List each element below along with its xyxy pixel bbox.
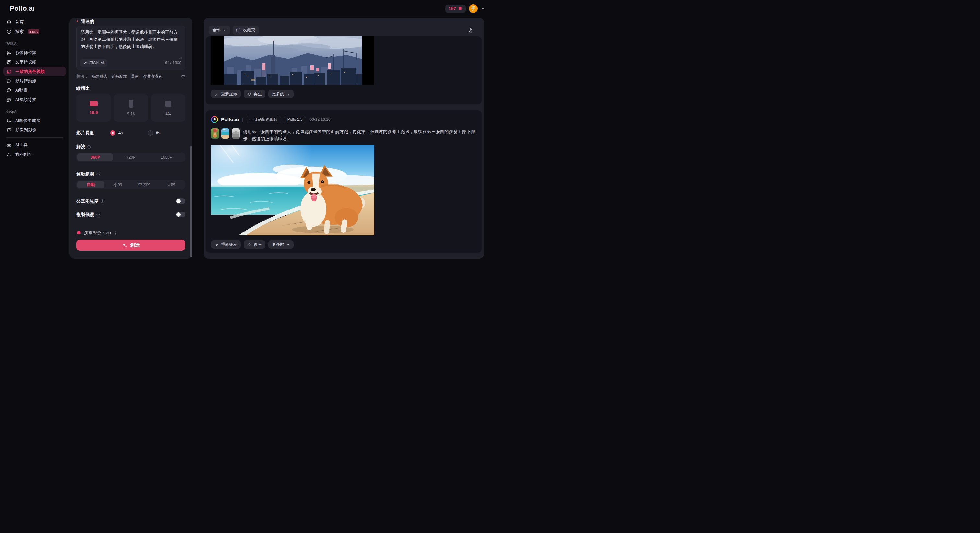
info-icon[interactable]: [96, 213, 100, 217]
sidebar-item-label: 探索: [15, 29, 24, 35]
sidebar-item-label: AI視頻特效: [15, 97, 36, 103]
copy-protection-toggle[interactable]: [176, 212, 185, 217]
favorites-checkbox[interactable]: [236, 28, 240, 32]
prompt-textarea[interactable]: 請用第一張圖中的柯基犬，從遠處往畫面中的正前方跑，再從第二張圖片的沙灘上跑過，最…: [76, 25, 185, 70]
sidebar-item-label: 影像轉視頻: [15, 50, 36, 56]
compass-icon: [6, 29, 12, 34]
city-video[interactable]: [211, 36, 374, 85]
credits-pill[interactable]: 157: [445, 5, 466, 13]
length-4s-radio[interactable]: 4s: [110, 130, 148, 136]
sidebar-item-ai-animation[interactable]: AI動畫: [3, 86, 66, 95]
favorites-filter[interactable]: 收藏夾: [233, 25, 259, 35]
resolution-360p[interactable]: 360P: [78, 154, 113, 161]
chevron-down-icon[interactable]: [481, 7, 485, 11]
sidebar-item-my-creations[interactable]: 我的創作: [3, 150, 66, 159]
radio-label: 4s: [118, 130, 123, 135]
card-actions: 重新提示 再生 更多的: [211, 90, 476, 98]
sidebar-item-explore[interactable]: 探索BETA: [3, 27, 66, 36]
sidebar-item-ai-video-effects[interactable]: AI視頻特效: [3, 95, 66, 104]
reference-thumbnails: [211, 128, 240, 139]
info-icon[interactable]: [87, 145, 91, 149]
reprompt-label: 重新提示: [221, 91, 237, 97]
results-panel: 全部 收藏夾: [204, 18, 484, 259]
corgi-video[interactable]: [211, 145, 374, 235]
video-length-row: 影片長度 4s 8s: [76, 130, 185, 136]
model-badge: Pollo 1.5: [284, 116, 306, 124]
resize-handle-icon[interactable]: [178, 56, 182, 60]
more-button[interactable]: 更多的: [268, 90, 294, 98]
result-card-city: 重新提示 再生 更多的: [206, 36, 482, 104]
resolution-1080p[interactable]: 1080P: [149, 154, 185, 161]
copy-protection-row: 複製保護: [76, 212, 185, 217]
character-video-icon: [6, 69, 12, 74]
aspect-9-16[interactable]: 9:16: [114, 94, 148, 122]
length-8s-radio[interactable]: 8s: [148, 130, 185, 136]
prompt-text: 請用第一張圖中的柯基犬，從遠處往畫面中的正前方跑，再從第二張圖片的沙灘上跑過，最…: [81, 29, 181, 50]
reprompt-button[interactable]: 重新提示: [211, 240, 241, 249]
aspect-ratio-options: 16:9 9:16 1:1: [76, 94, 185, 122]
sidebar-item-ai-tools[interactable]: AI工具: [3, 140, 66, 150]
info-icon[interactable]: [113, 231, 118, 235]
public-visibility-toggle[interactable]: [176, 198, 185, 204]
refresh-ideas-icon[interactable]: [181, 75, 185, 79]
regenerate-button[interactable]: 再生: [244, 90, 266, 98]
form-scrollbar[interactable]: [190, 146, 191, 257]
more-button[interactable]: 更多的: [268, 240, 294, 249]
motion-large[interactable]: 大的: [158, 181, 185, 189]
card-body: 請用第一張圖中的柯基犬，從遠處往畫面中的正前方跑，再從第二張圖片的沙灘上跑過，最…: [211, 128, 476, 143]
aspect-1-1[interactable]: 1:1: [151, 94, 185, 122]
create-button[interactable]: 創造: [76, 240, 185, 251]
my-characters-icon[interactable]: [468, 27, 474, 33]
image-gen-icon: [6, 118, 12, 124]
idea-chip[interactable]: 晨露: [131, 74, 139, 79]
aspect-ratio-label: 縱橫比: [76, 86, 185, 91]
sparkle-icon: [122, 243, 127, 248]
idea-chip[interactable]: 街頭藝人: [92, 74, 108, 79]
video-length-label: 影片長度: [76, 130, 110, 136]
aspect-glyph: [129, 100, 133, 108]
sidebar-item-image-to-video[interactable]: 影像轉視頻: [3, 48, 66, 57]
regenerate-label: 再生: [254, 242, 262, 247]
pollo-logo[interactable]: Pollo.ai: [10, 5, 34, 12]
aspect-label: 16:9: [89, 110, 97, 115]
sidebar-item-image-to-image[interactable]: 影像到影像: [3, 125, 66, 135]
motion-small[interactable]: 小的: [104, 181, 131, 189]
sidebar-item-home[interactable]: 首頁: [3, 17, 66, 27]
motion-range-label: 運動範圍: [76, 171, 185, 177]
sofa-reference-thumbnail[interactable]: [232, 128, 240, 139]
filter-all-dropdown[interactable]: 全部: [209, 25, 230, 35]
chevron-down-icon: [286, 243, 290, 246]
motion-medium[interactable]: 中等的: [131, 181, 158, 189]
sidebar-item-video-to-anime[interactable]: 影片轉動漫: [3, 76, 66, 86]
card-brand: Pollo.ai: [221, 117, 239, 122]
chevron-down-icon: [286, 92, 290, 96]
idea-chip[interactable]: 沙漠流浪者: [143, 74, 162, 79]
sidebar-section-image-ai: 影像AI: [3, 109, 66, 115]
more-label: 更多的: [272, 91, 284, 97]
sidebar-item-consistent-character-video[interactable]: 一致的角色視頻: [3, 67, 66, 76]
toolbox-icon: [6, 143, 12, 148]
generate-with-ai-button[interactable]: 用AI生成: [80, 59, 107, 67]
text-video-icon: [6, 60, 12, 65]
info-icon[interactable]: [96, 172, 100, 176]
generation-form-panel: *迅速的 請用第一張圖中的柯基犬，從遠處往畫面中的正前方跑，再從第二張圖片的沙灘…: [69, 18, 192, 259]
refresh-icon: [247, 92, 251, 96]
resolution-720p[interactable]: 720P: [113, 154, 149, 161]
refresh-icon: [247, 243, 251, 247]
sidebar-item-ai-image-generator[interactable]: AI圖像生成器: [3, 116, 66, 125]
reprompt-button[interactable]: 重新提示: [211, 90, 241, 98]
sidebar-item-text-to-video[interactable]: 文字轉視頻: [3, 57, 66, 67]
sidebar-item-label: 文字轉視頻: [15, 59, 36, 65]
regenerate-button[interactable]: 再生: [244, 240, 266, 249]
person-icon: [6, 152, 12, 157]
wand-icon: [83, 61, 87, 65]
info-icon[interactable]: [100, 199, 105, 203]
type-badge: 一致的角色視頻: [247, 116, 281, 124]
motion-auto[interactable]: 自動: [78, 181, 104, 189]
idea-chip[interactable]: 延時綻放: [111, 74, 127, 79]
aspect-16-9[interactable]: 16:9: [76, 94, 111, 122]
aspect-label: 1:1: [165, 111, 171, 116]
corgi-reference-thumbnail[interactable]: [211, 128, 219, 139]
beach-reference-thumbnail[interactable]: [221, 128, 229, 139]
avatar[interactable]: 手: [469, 4, 478, 13]
